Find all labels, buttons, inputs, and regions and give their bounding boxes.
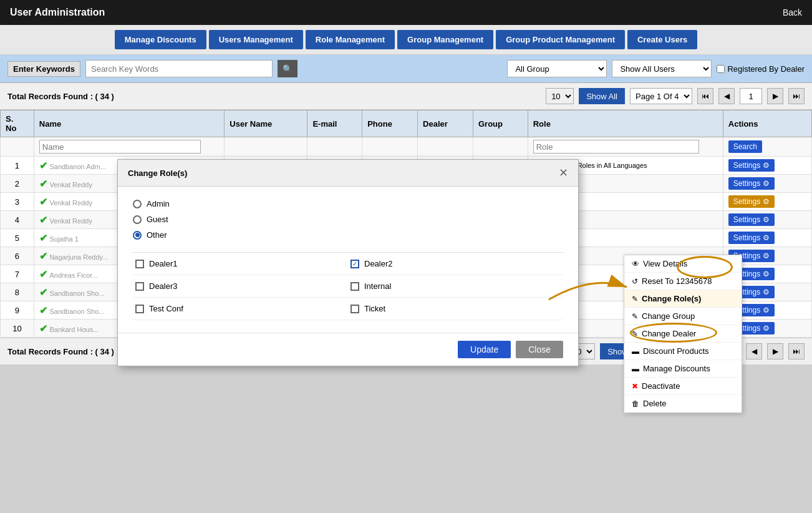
nav-manage-discounts[interactable]: Manage Discounts (115, 30, 206, 49)
ctx-discount-products[interactable]: ▬ Discount Products (624, 343, 742, 360)
check-icon: ✔ (39, 233, 47, 243)
checkbox-internal-box (350, 282, 359, 291)
check-icon: ✔ (39, 160, 47, 171)
bottom-last-page-button[interactable]: ⏭ (788, 343, 805, 359)
deactivate-icon: ✖ (632, 382, 638, 391)
ctx-change-role[interactable]: ✎ Change Role(s) (624, 290, 742, 308)
col-username: User Name (225, 110, 307, 137)
next-page-button[interactable]: ▶ (767, 88, 783, 104)
ctx-change-group[interactable]: ✎ Change Group (624, 308, 742, 325)
dealer-checkbox-group: Registered By Dealer (717, 64, 805, 74)
nav-role-management[interactable]: Role Management (306, 30, 395, 49)
role-filter[interactable] (533, 140, 700, 154)
modal-header: Change Role(s) ✕ (118, 160, 578, 187)
check-icon: ✔ (39, 269, 47, 280)
checkbox-ticket-label: Ticket (364, 304, 385, 313)
bottom-prev-page-button[interactable]: ◀ (746, 343, 762, 359)
group-filter-select[interactable]: All Group (507, 60, 607, 77)
ctx-view-details[interactable]: 👁 View Details (624, 255, 742, 273)
total-records: Total Records Found : ( 34 ) (7, 92, 541, 101)
change-role-icon: ✎ (632, 295, 638, 303)
bottom-next-page-button[interactable]: ▶ (767, 343, 783, 359)
radio-other[interactable]: Other (133, 230, 563, 240)
show-all-button[interactable]: Show All (579, 88, 625, 104)
change-roles-modal: Change Role(s) ✕ Admin Guest Other Deale… (117, 159, 579, 366)
checkbox-dealer2[interactable]: Dealer2 (348, 253, 563, 275)
ctx-change-dealer-label: Change Dealer (642, 329, 696, 338)
first-page-button[interactable]: ⏮ (697, 88, 713, 104)
checkbox-internal[interactable]: Internal (348, 275, 563, 298)
table-filter-row: Search (1, 137, 812, 157)
col-email: E-mail (307, 110, 362, 137)
context-menu: 👁 View Details ↺ Reset To 12345678 ✎ Cha… (624, 255, 742, 413)
settings-button-row4[interactable]: Settings ⚙ (728, 213, 775, 226)
ctx-manage-discounts-label: Manage Discounts (643, 364, 710, 373)
check-icon: ✔ (39, 197, 47, 207)
ctx-manage-discounts[interactable]: ▬ Manage Discounts (624, 360, 742, 378)
search-bar: Enter Keywords 🔍 All Group Show All User… (0, 55, 812, 83)
keyword-label: Enter Keywords (7, 61, 80, 77)
last-page-button[interactable]: ⏭ (788, 88, 805, 104)
ctx-change-group-label: Change Group (642, 311, 695, 321)
radio-guest[interactable]: Guest (133, 215, 563, 224)
modal-title: Change Role(s) (128, 169, 187, 178)
modal-footer: Update Close (118, 333, 578, 366)
nav-users-management[interactable]: Users Management (209, 30, 303, 49)
radio-other-label: Other (147, 230, 167, 240)
checkbox-dealer1[interactable]: Dealer1 (133, 253, 348, 275)
top-toolbar: Total Records Found : ( 34 ) 10 Show All… (0, 83, 812, 110)
col-sno: S.No (1, 110, 34, 137)
checkbox-ticket[interactable]: Ticket (348, 298, 563, 320)
col-dealer: Dealer (418, 110, 473, 137)
checkbox-dealer1-box (135, 260, 144, 268)
dealer-checkbox[interactable] (717, 65, 725, 73)
radio-admin-circle (133, 200, 142, 208)
ctx-reset[interactable]: ↺ Reset To 12345678 (624, 273, 742, 290)
checkbox-internal-label: Internal (364, 281, 391, 291)
back-button[interactable]: Back (783, 7, 802, 17)
checkbox-testconf-label: Test Conf (149, 304, 183, 313)
name-filter[interactable] (39, 140, 201, 154)
checkbox-dealer3-box (135, 282, 144, 291)
radio-guest-label: Guest (147, 215, 168, 224)
change-group-icon: ✎ (632, 312, 638, 321)
settings-button-row2[interactable]: Settings ⚙ (728, 177, 775, 190)
ctx-change-role-label: Change Role(s) (642, 294, 701, 303)
modal-close-x-button[interactable]: ✕ (559, 166, 568, 180)
checkbox-dealer2-box (350, 260, 359, 268)
page-select[interactable]: Page 1 Of 4 (630, 88, 692, 104)
header: User Administration Back (0, 0, 812, 25)
search-submit-button[interactable]: 🔍 (278, 60, 297, 77)
settings-button-row3[interactable]: Settings ⚙ (728, 195, 775, 208)
user-filter-select[interactable]: Show All Users (612, 60, 712, 77)
settings-button-row5[interactable]: Settings ⚙ (728, 232, 775, 244)
checkbox-dealer1-label: Dealer1 (149, 259, 178, 268)
radio-group: Admin Guest Other (133, 199, 563, 240)
search-action-button[interactable]: Search (728, 140, 762, 153)
radio-other-circle (133, 231, 142, 240)
close-button[interactable]: Close (516, 341, 563, 358)
nav-create-users[interactable]: Create Users (627, 30, 697, 49)
settings-button-row1[interactable]: Settings ⚙ (728, 159, 775, 172)
page-number: 1 (740, 88, 762, 104)
checkbox-testconf[interactable]: Test Conf (133, 298, 348, 320)
reset-icon: ↺ (632, 277, 638, 286)
prev-page-button[interactable]: ◀ (718, 88, 735, 104)
check-icon: ✔ (39, 305, 47, 316)
ctx-delete[interactable]: 🗑 Delete (624, 395, 742, 413)
nav-group-product-management[interactable]: Group Product Management (496, 30, 625, 49)
manage-discounts-icon: ▬ (632, 364, 639, 373)
radio-admin[interactable]: Admin (133, 199, 563, 208)
nav-group-management[interactable]: Group Management (397, 30, 493, 49)
delete-icon: 🗑 (632, 399, 639, 408)
checkbox-dealer3[interactable]: Dealer3 (133, 275, 348, 298)
dealer-label: Registered By Dealer (727, 64, 805, 74)
search-input[interactable] (85, 60, 273, 77)
table-header-row: S.No Name User Name E-mail Phone Dealer … (1, 110, 812, 137)
ctx-deactivate[interactable]: ✖ Deactivate (624, 378, 742, 395)
ctx-view-details-label: View Details (643, 259, 687, 268)
radio-guest-circle (133, 215, 142, 224)
ctx-change-dealer[interactable]: ✎ Change Dealer (624, 325, 742, 343)
update-button[interactable]: Update (458, 341, 511, 358)
per-page-select[interactable]: 10 (546, 88, 574, 104)
